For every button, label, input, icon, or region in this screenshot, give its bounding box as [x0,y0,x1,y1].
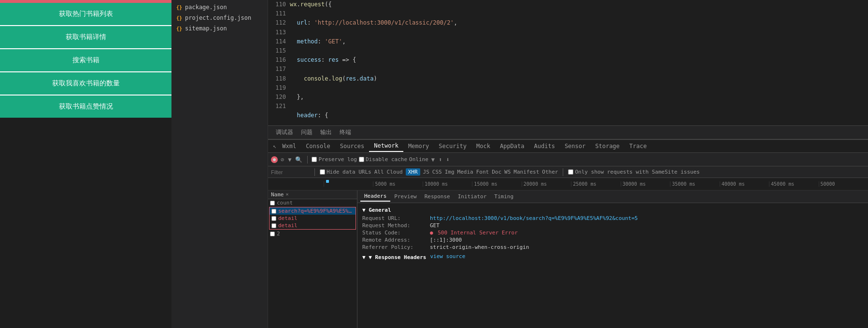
network-row-2[interactable]: 2 [268,230,357,237]
timeline-bar: 5000 ms 10000 ms 15000 ms 20000 ms 25000… [268,178,868,191]
file-item-3[interactable]: {} sitemap.json [171,23,268,34]
sidebar-btn-3[interactable]: 搜索书籍 [0,49,171,72]
tab-memory[interactable]: Memory [403,141,434,151]
sidebar-btn-2[interactable]: 获取书籍详情 [0,26,171,49]
clear-btn[interactable]: ⊘ [281,156,284,163]
upload-icon[interactable]: ⬆ [439,156,442,163]
sidebar-btn-4[interactable]: 获取我喜欢书籍的数量 [0,72,171,96]
sidebar-btn-1[interactable]: 获取热门书籍列表 [0,3,171,26]
tab-sensor[interactable]: Sensor [560,141,590,151]
filter-img[interactable]: Img [445,169,455,175]
disable-cache-input[interactable] [359,157,364,162]
row-check-2[interactable] [270,232,275,236]
tab-audits[interactable]: Audits [529,141,560,151]
network-row-count[interactable]: count [268,199,357,206]
close-panel-btn[interactable]: ✕ [286,191,289,198]
detail-tab-preview[interactable]: Preview [390,192,420,201]
status-code-val: ● 500 Internal Server Error [430,230,518,236]
timeline-0 [324,181,373,187]
preserve-log-label: Preserve log [318,156,356,163]
tab-terminal[interactable]: 终端 [336,126,355,138]
referrer-policy-val: strict-origin-when-cross-origin [430,244,529,250]
download-icon[interactable]: ⬇ [446,156,449,163]
filter-media[interactable]: Media [457,169,473,175]
samesite-check[interactable]: Only show requests with SameSite issues [568,169,699,175]
remote-address-row: Remote Address: [::1]:3000 [362,237,863,243]
network-row-search[interactable]: search?q=%E9%9F%A9%E5%... [270,207,356,215]
file-item-2[interactable]: {} project.config.json [171,13,268,23]
network-row-detail1[interactable]: detail [270,215,356,222]
request-method-val: GET [430,222,440,229]
filter-ws[interactable]: WS [504,169,511,175]
preserve-log-input[interactable] [312,157,317,162]
remote-address-val: [::1]:3000 [430,237,462,243]
filter-font[interactable]: Font [476,169,489,175]
timeline-10: 50000 [819,181,868,187]
tab-console[interactable]: Console [301,141,335,151]
row-name-search: search?q=%E9%9F%A9%E5%... [278,208,354,214]
timeline-6: 30000 ms [621,181,670,187]
filter-doc[interactable]: Doc [492,169,501,175]
samesite-input[interactable] [568,169,573,175]
network-list-header: Name ✕ [268,191,357,199]
detail-tab-timing[interactable]: Timing [490,192,517,201]
left-sidebar: 获取热门书籍列表 获取书籍详情 搜索书籍 获取我喜欢书籍的数量 获取书籍点赞情况 [0,0,171,328]
record-btn[interactable]: ● [271,156,278,163]
filter-other[interactable]: Other [542,169,558,175]
filter-cloud[interactable]: Cloud [387,169,403,175]
error-group: search?q=%E9%9F%A9%E5%... detail detail [269,207,356,230]
view-source-link[interactable]: view source [430,253,465,262]
filter-xhr[interactable]: XHR [406,168,420,176]
general-section-title: General [362,207,863,213]
row-check-search[interactable] [271,209,276,214]
filter-manifest[interactable]: Manifest [513,169,539,175]
disable-cache-label: Disable cache [366,156,407,163]
row-check-detail2[interactable] [271,223,276,228]
response-headers-title: ▼ Response Headers [362,254,426,260]
detail-tab-response[interactable]: Response [421,192,454,201]
timeline-1: 5000 ms [373,181,422,187]
tab-security[interactable]: Security [434,141,471,151]
network-content: Name ✕ count search?q=%E9%9F%A9%E5%... d… [268,191,868,328]
file-name-3: sitemap.json [185,25,227,32]
online-dropdown[interactable]: ▼ [431,156,435,163]
tab-mock[interactable]: Mock [471,141,495,151]
row-name-detail1: detail [278,215,354,221]
hide-data-urls-input[interactable] [320,169,325,175]
tab-issues[interactable]: 问题 [297,126,316,138]
tab-wxml[interactable]: Wxml [277,141,301,151]
tab-trace[interactable]: Trace [625,141,652,151]
detail-tab-initiator[interactable]: Initiator [454,192,491,201]
devtools-top-tabs: 调试器 问题 输出 终端 [268,126,868,139]
timeline-2: 10000 ms [423,181,472,187]
tab-sources[interactable]: Sources [335,141,370,151]
detail-tab-headers[interactable]: Headers [360,191,390,202]
timeline-8: 40000 ms [720,181,769,187]
cursor-icon[interactable]: ↖ [273,143,276,150]
response-headers-row: ▼ Response Headers view source [362,253,863,262]
tab-appdata[interactable]: AppData [495,141,529,151]
network-toolbar: ● ⊘ ▼ 🔍 Preserve log Disable cache Onlin… [268,153,868,166]
sidebar-btn-5[interactable]: 获取书籍点赞情况 [0,96,171,118]
preserve-log-check[interactable]: Preserve log [312,156,356,163]
tab-network[interactable]: Network [369,140,403,152]
filter-input[interactable] [271,169,310,175]
hide-data-urls-check[interactable]: Hide data URLs [320,169,371,175]
filter-css[interactable]: CSS [432,169,442,175]
timeline-7: 35000 ms [670,181,719,187]
tab-storage[interactable]: Storage [590,141,625,151]
disable-cache-check[interactable]: Disable cache [359,156,407,163]
filter-all[interactable]: All [374,169,384,175]
row-check-detail1[interactable] [271,216,276,221]
filter-icon[interactable]: ▼ [288,156,291,163]
detail-panel: Headers Preview Response Initiator Timin… [357,191,868,328]
network-row-detail2[interactable]: detail [270,222,356,229]
search-icon[interactable]: 🔍 [295,156,302,163]
filter-js[interactable]: JS [423,169,429,175]
online-label: Online [409,156,428,163]
tab-debugger[interactable]: 调试器 [272,126,297,138]
tab-output[interactable]: 输出 [316,126,336,138]
hide-data-urls-label: Hide data URLs [327,169,371,175]
row-check-count[interactable] [270,201,275,205]
file-item-1[interactable]: {} package.json [171,2,268,13]
